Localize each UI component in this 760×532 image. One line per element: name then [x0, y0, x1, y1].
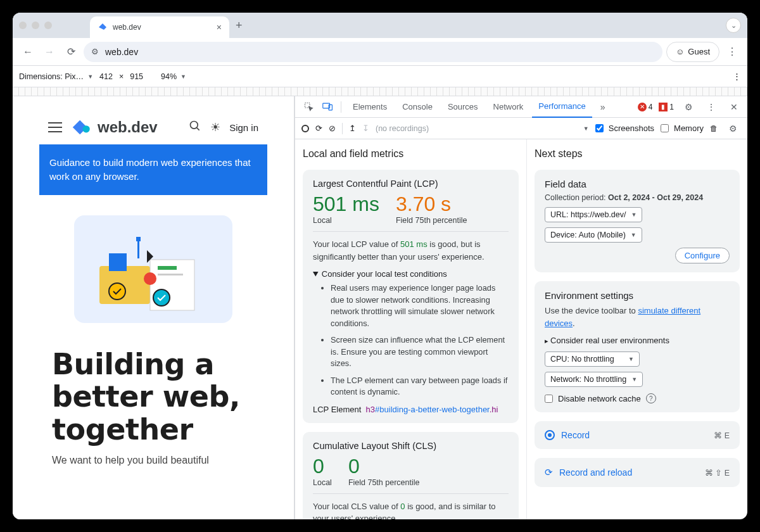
devtools-menu-icon[interactable]: ⋮: [703, 99, 719, 115]
address-bar[interactable]: ⚙ web.dev: [84, 42, 662, 62]
lcp-details[interactable]: Consider your local test conditions Real…: [313, 269, 509, 398]
x-separator: ×: [119, 72, 124, 81]
cls-heading: Cumulative Layout Shift (CLS): [313, 441, 509, 451]
viewport-width[interactable]: 412: [99, 72, 113, 81]
search-icon[interactable]: [189, 120, 201, 136]
record-reload-label: Record and reload: [559, 467, 632, 478]
tab-favicon: [98, 22, 108, 32]
forward-button[interactable]: →: [41, 43, 58, 61]
tab-search-button[interactable]: ⌄: [726, 18, 741, 33]
record-toggle-icon[interactable]: [301, 125, 309, 132]
signin-link[interactable]: Sign in: [229, 122, 258, 133]
guest-avatar-icon: ☺: [676, 47, 684, 56]
device-toolbar-menu-icon[interactable]: ⋮: [733, 72, 741, 81]
lcp-summary: Your local LCP value of 501 ms is good, …: [313, 238, 509, 263]
devtools-panel: Elements Console Sources Network Perform…: [294, 96, 747, 519]
next-steps-heading: Next steps: [535, 148, 740, 160]
device-toggle-icon[interactable]: [319, 99, 336, 115]
record-shortcut: ⌘ E: [714, 431, 730, 440]
hero-illustration: [74, 215, 232, 323]
tab-title: web.dev: [113, 23, 141, 32]
tab-sources[interactable]: Sources: [441, 96, 484, 118]
lcp-element-row: LCP Element h3#building-a-better-web-tog…: [313, 405, 509, 414]
record-reload-card[interactable]: ⟳ Record and reload ⌘ ⇧ E: [535, 458, 740, 487]
recordings-select[interactable]: (no recordings)▼: [376, 124, 589, 133]
garbage-collect-icon[interactable]: 🗑: [710, 124, 718, 133]
tab-elements[interactable]: Elements: [346, 96, 393, 118]
viewport-height[interactable]: 915: [130, 72, 143, 81]
svg-point-12: [144, 272, 156, 285]
network-throttle-select[interactable]: Network: No throttling▼: [545, 372, 643, 387]
record-reload-shortcut: ⌘ ⇧ E: [705, 468, 730, 478]
lcp-card: Largest Contentful Paint (LCP) 501 ms Lo…: [303, 170, 519, 423]
help-icon[interactable]: ?: [646, 393, 656, 403]
browser-tab-strip: web.dev × + ⌄: [13, 13, 747, 38]
tab-performance[interactable]: Performance: [532, 96, 592, 118]
upload-icon[interactable]: ↥: [349, 124, 356, 133]
memory-checkbox[interactable]: Memory: [661, 124, 704, 133]
devtools-close-icon[interactable]: ✕: [726, 99, 742, 115]
lcp-tip: Real users may experience longer page lo…: [331, 282, 509, 329]
new-tab-button[interactable]: +: [236, 19, 243, 32]
tab-network[interactable]: Network: [487, 96, 530, 118]
close-tab-icon[interactable]: ×: [217, 22, 222, 32]
window-traffic-lights[interactable]: [19, 22, 52, 29]
cls-local-label: Local: [313, 478, 332, 487]
site-controls-icon[interactable]: ⚙: [91, 47, 99, 56]
device-select[interactable]: Device: Auto (Mobile)▼: [545, 227, 642, 243]
perf-settings-icon[interactable]: ⚙: [725, 120, 741, 137]
profile-label: Guest: [688, 47, 710, 56]
devtools-settings-icon[interactable]: ⚙: [680, 99, 697, 115]
env-settings-card: Environment settings Use the device tool…: [535, 281, 740, 412]
cpu-throttle-select[interactable]: CPU: No throttling▼: [545, 352, 640, 367]
tab-console[interactable]: Console: [396, 96, 439, 118]
address-bar-row: ← → ⟳ ⚙ web.dev ☺ Guest ⋮: [13, 38, 747, 66]
device-dimensions-select[interactable]: Dimensions: Pix…▼: [19, 72, 93, 81]
hamburger-menu-icon[interactable]: [48, 122, 62, 132]
svg-point-5: [109, 283, 125, 300]
lcp-element-link[interactable]: h3#building-a-better-web-together.hi: [366, 405, 498, 414]
theme-toggle-icon[interactable]: ☀: [210, 120, 220, 134]
device-toolbar: Dimensions: Pix…▼ 412 × 915 94%▼ ⋮: [13, 66, 747, 87]
cls-field-label: Field 75th percentile: [348, 478, 420, 487]
field-data-card: Field data Collection period: Oct 2, 202…: [535, 170, 740, 272]
disable-cache-checkbox[interactable]: Disable network cache ?: [545, 393, 730, 403]
lcp-heading: Largest Contentful Paint (LCP): [313, 179, 509, 189]
profile-chip[interactable]: ☺ Guest: [666, 42, 719, 62]
close-window-dot[interactable]: [19, 22, 27, 29]
errors-badge[interactable]: ✕4: [638, 103, 653, 111]
minimize-window-dot[interactable]: [32, 22, 39, 29]
devtools-tabs: Elements Console Sources Network Perform…: [295, 96, 747, 118]
issues-badge[interactable]: ▮1: [659, 103, 674, 111]
lcp-details-summary[interactable]: Consider your local test conditions: [313, 269, 509, 279]
download-icon[interactable]: ↧: [362, 124, 369, 133]
field-data-heading: Field data: [545, 179, 730, 189]
browser-menu-icon[interactable]: ⋮: [723, 43, 741, 61]
clear-icon[interactable]: ⊘: [329, 124, 336, 133]
zoom-select[interactable]: 94%▼: [161, 72, 186, 81]
record-card[interactable]: Record ⌘ E: [535, 421, 740, 449]
webdev-logo-icon: [71, 117, 92, 138]
reload-record-icon[interactable]: ⟳: [315, 124, 322, 133]
screenshots-checkbox[interactable]: Screenshots: [595, 124, 654, 133]
inspect-element-icon[interactable]: [300, 99, 317, 115]
svg-rect-3: [99, 266, 150, 304]
device-preview-pane: web.dev ☀ Sign in Guidance to build mode…: [13, 96, 294, 519]
zoom-window-dot[interactable]: [44, 22, 52, 29]
url-select[interactable]: URL: https://web.dev/▼: [545, 207, 642, 222]
more-tabs-icon[interactable]: »: [595, 99, 611, 115]
site-header: web.dev ☀ Sign in: [39, 110, 267, 144]
lcp-field-value: 3.70 s: [396, 193, 467, 216]
reload-button[interactable]: ⟳: [62, 43, 80, 61]
browser-tab[interactable]: web.dev ×: [90, 16, 229, 38]
address: web.dev: [105, 47, 138, 57]
svg-rect-4: [109, 253, 127, 271]
consider-envs-toggle[interactable]: Consider real user environments: [545, 336, 730, 345]
site-logo[interactable]: web.dev: [71, 117, 158, 138]
site-title: web.dev: [98, 118, 158, 136]
svg-point-0: [82, 125, 89, 132]
promo-banner: Guidance to build modern web experiences…: [39, 144, 267, 195]
back-button[interactable]: ←: [19, 43, 37, 61]
lcp-tip: The LCP element can vary between page lo…: [331, 375, 509, 398]
configure-button[interactable]: Configure: [675, 248, 730, 263]
